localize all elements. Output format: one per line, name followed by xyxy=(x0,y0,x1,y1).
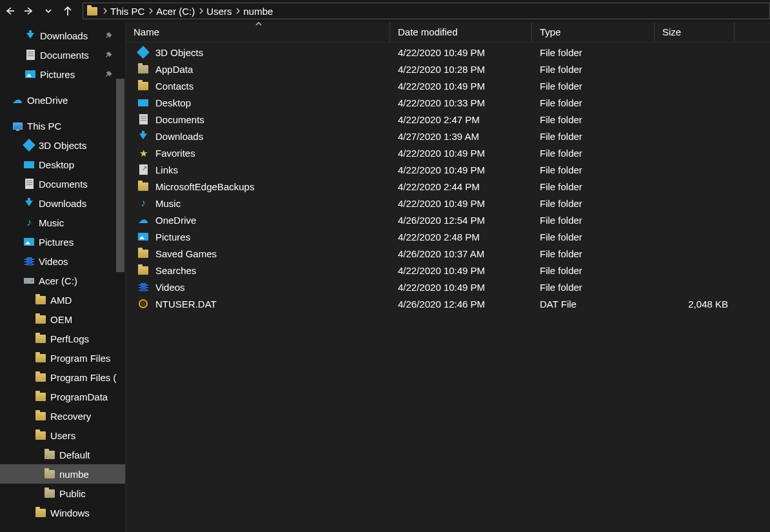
file-date: 4/22/2020 2:48 PM xyxy=(390,232,532,242)
file-name: 3D Objects xyxy=(155,47,203,58)
nav-item-pictures[interactable]: Pictures xyxy=(0,232,125,251)
file-row[interactable]: Links4/22/2020 10:49 PMFile folder xyxy=(126,161,770,178)
file-name: Favorites xyxy=(155,148,195,159)
nav-item-folder[interactable]: ProgramData xyxy=(0,387,125,406)
file-row[interactable]: NTUSER.DAT4/26/2020 12:46 PMDAT File2,04… xyxy=(126,295,770,312)
breadcrumb-item[interactable]: numbe xyxy=(242,3,275,19)
nav-item-label: Default xyxy=(59,449,90,460)
nav-item-folder[interactable]: AMD xyxy=(0,290,125,310)
file-list[interactable]: 3D Objects4/22/2020 10:49 PMFile folderA… xyxy=(126,43,770,532)
navigation-pane[interactable]: Downloads Documents Pictures ☁ OneDrive xyxy=(0,22,126,532)
file-row[interactable]: ★Favorites4/22/2020 10:49 PMFile folder xyxy=(126,144,770,161)
nav-item-folder[interactable]: Default xyxy=(0,445,125,464)
file-type: File folder xyxy=(532,282,655,293)
pictures-folder-icon xyxy=(137,231,149,242)
breadcrumb-item[interactable]: Acer (C:) xyxy=(155,3,196,19)
file-name: Saved Games xyxy=(155,248,217,259)
file-row[interactable]: Desktop4/22/2020 10:33 PMFile folder xyxy=(126,94,770,111)
pin-icon xyxy=(105,50,112,61)
nav-item-music[interactable]: ♪ Music xyxy=(0,213,125,232)
nav-item-label: Users xyxy=(50,430,75,441)
column-header-type[interactable]: Type xyxy=(532,22,655,42)
folder-dim-icon xyxy=(137,63,149,75)
chevron-right-icon[interactable] xyxy=(146,7,155,15)
nav-item-thispc[interactable]: This PC xyxy=(0,116,125,135)
column-header-date[interactable]: Date modified xyxy=(390,22,532,42)
file-row[interactable]: Saved Games4/26/2020 10:37 AMFile folder xyxy=(126,245,770,262)
file-row[interactable]: AppData4/22/2020 10:28 PMFile folder xyxy=(126,61,770,77)
file-type: File folder xyxy=(532,232,655,242)
nav-item-3d-objects[interactable]: 3D Objects xyxy=(0,135,125,155)
folder-icon xyxy=(35,371,46,383)
nav-item-folder[interactable]: Recovery xyxy=(0,406,125,426)
folder-icon xyxy=(87,6,97,16)
nav-item-desktop[interactable]: Desktop xyxy=(0,155,125,174)
file-date: 4/26/2020 10:37 AM xyxy=(390,248,532,259)
nav-item-folder[interactable]: Public xyxy=(0,484,125,503)
folder-icon xyxy=(44,488,55,499)
breadcrumb-item[interactable]: This PC xyxy=(109,3,146,19)
chevron-right-icon[interactable] xyxy=(196,7,205,15)
nav-item-folder[interactable]: PerfLogs xyxy=(0,329,125,348)
file-name: Desktop xyxy=(155,97,191,108)
nav-item-documents[interactable]: Documents xyxy=(0,45,125,64)
nav-item-numbe[interactable]: numbe xyxy=(0,464,125,484)
forward-button[interactable] xyxy=(19,0,39,22)
file-row[interactable]: MicrosoftEdgeBackups4/22/2020 2:44 PMFil… xyxy=(126,178,770,195)
file-date: 4/26/2020 12:54 PM xyxy=(390,215,532,226)
links-icon xyxy=(137,164,149,175)
breadcrumb-item[interactable]: Users xyxy=(205,3,233,19)
file-row[interactable]: 3D Objects4/22/2020 10:49 PMFile folder xyxy=(126,44,770,61)
desktop-icon xyxy=(23,159,35,170)
document-icon xyxy=(25,49,36,61)
chevron-right-icon[interactable] xyxy=(100,7,109,15)
nav-item-folder[interactable]: Program Files ( xyxy=(0,368,125,387)
folder-icon xyxy=(35,294,46,306)
file-type: File folder xyxy=(532,114,655,125)
nav-item-onedrive[interactable]: ☁ OneDrive xyxy=(0,90,125,110)
nav-item-users[interactable]: Users xyxy=(0,426,125,445)
file-row[interactable]: Videos4/22/2020 10:49 PMFile folder xyxy=(126,279,770,295)
file-type: DAT File xyxy=(532,299,655,310)
file-row[interactable]: Pictures4/22/2020 2:48 PMFile folder xyxy=(126,228,770,245)
nav-item-label: Downloads xyxy=(39,198,86,209)
nav-item-drive-c[interactable]: Acer (C:) xyxy=(0,271,125,290)
nav-item-downloads[interactable]: Downloads xyxy=(0,26,125,45)
column-header-size[interactable]: Size xyxy=(655,22,735,42)
file-date: 4/22/2020 10:49 PM xyxy=(390,148,532,159)
file-row[interactable]: Documents4/22/2020 2:47 PMFile folder xyxy=(126,111,770,128)
dat-icon xyxy=(137,298,149,310)
file-row[interactable]: ♪Music4/22/2020 10:49 PMFile folder xyxy=(126,195,770,212)
download-icon xyxy=(137,130,149,142)
nav-item-documents[interactable]: Documents xyxy=(0,174,125,193)
folder-icon xyxy=(137,80,149,92)
file-name: Pictures xyxy=(155,232,190,242)
nav-item-downloads[interactable]: Downloads xyxy=(0,193,125,213)
file-date: 4/22/2020 2:47 PM xyxy=(390,114,532,125)
music-icon: ♪ xyxy=(23,217,35,228)
recent-locations-button[interactable] xyxy=(39,0,58,22)
chevron-right-icon[interactable] xyxy=(233,7,242,15)
file-date: 4/22/2020 10:49 PM xyxy=(390,164,532,175)
file-row[interactable]: Downloads4/27/2020 1:39 AMFile folder xyxy=(126,128,770,144)
breadcrumb[interactable]: This PC Acer (C:) Users numbe xyxy=(83,3,770,19)
up-button[interactable] xyxy=(58,0,77,22)
nav-item-label: Music xyxy=(39,217,64,228)
nav-item-label: Videos xyxy=(39,256,68,267)
download-icon xyxy=(25,30,36,41)
nav-item-folder[interactable]: OEM xyxy=(0,310,125,329)
nav-item-windows[interactable]: Windows xyxy=(0,503,125,522)
nav-item-label: Program Files xyxy=(50,353,110,364)
nav-item-videos[interactable]: Videos xyxy=(0,251,125,271)
file-type: File folder xyxy=(532,97,655,108)
nav-item-folder[interactable]: Program Files xyxy=(0,348,125,368)
file-row[interactable]: ☁OneDrive4/26/2020 12:54 PMFile folder xyxy=(126,212,770,228)
nav-item-label: This PC xyxy=(27,121,61,132)
file-row[interactable]: Contacts4/22/2020 10:49 PMFile folder xyxy=(126,77,770,94)
scrollbar-thumb[interactable] xyxy=(116,79,124,272)
file-date: 4/22/2020 10:49 PM xyxy=(390,265,532,276)
file-type: File folder xyxy=(532,265,655,276)
file-row[interactable]: Searches4/22/2020 10:49 PMFile folder xyxy=(126,262,770,279)
back-button[interactable] xyxy=(0,0,19,22)
nav-item-pictures[interactable]: Pictures xyxy=(0,64,125,84)
